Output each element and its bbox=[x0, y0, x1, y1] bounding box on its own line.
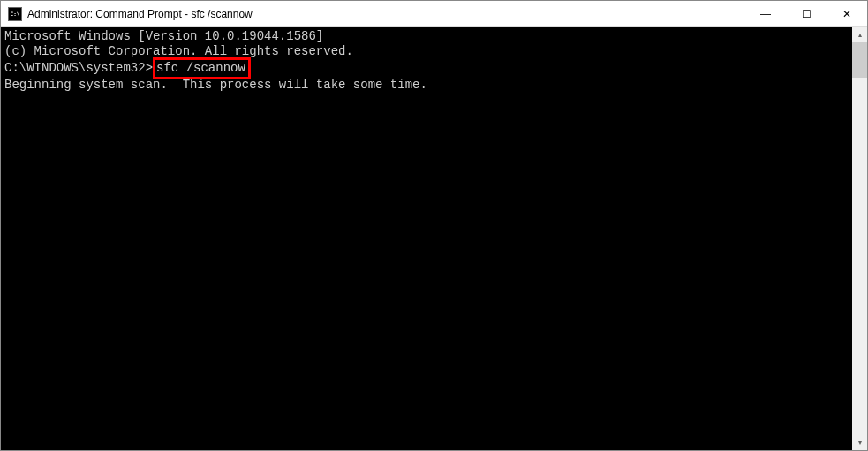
scroll-thumb[interactable] bbox=[852, 42, 867, 78]
scroll-track[interactable] bbox=[852, 42, 867, 435]
command-text: sfc /scannow bbox=[156, 61, 245, 75]
maximize-button[interactable]: ☐ bbox=[786, 1, 826, 26]
window-title: Administrator: Command Prompt - sfc /sca… bbox=[27, 8, 745, 20]
command-highlight: sfc /scannow bbox=[153, 57, 251, 79]
window-controls: — ☐ ✕ bbox=[745, 1, 867, 26]
command-prompt-icon: C:\ bbox=[8, 7, 22, 21]
output-line: Microsoft Windows [Version 10.0.19044.15… bbox=[4, 29, 849, 44]
minimize-button[interactable]: — bbox=[745, 1, 786, 26]
window: C:\ Administrator: Command Prompt - sfc … bbox=[0, 0, 868, 451]
titlebar[interactable]: C:\ Administrator: Command Prompt - sfc … bbox=[1, 1, 867, 27]
output-status: Beginning system scan. This process will… bbox=[4, 78, 849, 93]
scroll-down-button[interactable]: ▾ bbox=[852, 435, 867, 450]
scroll-up-button[interactable]: ▴ bbox=[852, 27, 867, 42]
prompt-path: C:\WINDOWS\system32> bbox=[4, 61, 153, 76]
terminal-output[interactable]: Microsoft Windows [Version 10.0.19044.15… bbox=[1, 27, 852, 450]
content-area: Microsoft Windows [Version 10.0.19044.15… bbox=[1, 27, 867, 450]
prompt-line: C:\WINDOWS\system32>sfc /scannow bbox=[4, 59, 849, 78]
vertical-scrollbar[interactable]: ▴ ▾ bbox=[852, 27, 867, 450]
output-line: (c) Microsoft Corporation. All rights re… bbox=[4, 44, 849, 59]
close-button[interactable]: ✕ bbox=[826, 1, 867, 26]
